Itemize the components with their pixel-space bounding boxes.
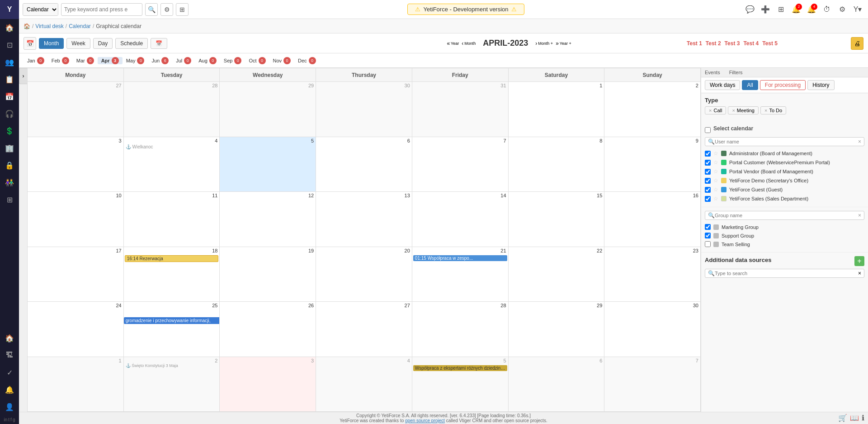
- breadcrumb-calendar[interactable]: Calendar: [69, 23, 91, 29]
- notification1-btn[interactable]: 🔔 2: [789, 3, 803, 16]
- day-apr2[interactable]: 2: [604, 82, 701, 137]
- test4[interactable]: Test 4: [743, 40, 759, 47]
- nav-building[interactable]: 🏢: [0, 139, 19, 157]
- group-marketing-checkbox[interactable]: [705, 224, 711, 230]
- day-apr6[interactable]: 6: [316, 137, 412, 192]
- history-btn[interactable]: ⏱: [820, 3, 834, 16]
- user-admin-checkbox[interactable]: [705, 151, 711, 157]
- month-sep[interactable]: Sep 0: [220, 57, 245, 64]
- day-apr12[interactable]: 12: [220, 192, 316, 247]
- month-aug[interactable]: Aug 0: [195, 57, 220, 64]
- day-may4[interactable]: 4: [316, 357, 412, 412]
- month-oct[interactable]: Oct 0: [245, 57, 269, 64]
- day-mar28[interactable]: 28: [124, 82, 220, 137]
- nav-office[interactable]: 🏗: [0, 347, 19, 364]
- breadcrumb-home-icon[interactable]: 🏠: [24, 23, 30, 29]
- day-may5[interactable]: 5 Współpraca z ekspertami różnych dziedz…: [412, 357, 509, 412]
- user-portal-customer-checkbox[interactable]: [705, 160, 711, 166]
- user-yeti-sales-checkbox[interactable]: [705, 196, 711, 202]
- event-rezerwacja[interactable]: 16:14 Rezerwacja: [125, 255, 219, 262]
- nav-check[interactable]: ✓: [0, 364, 19, 381]
- test5[interactable]: Test 5: [762, 40, 778, 47]
- day-apr3[interactable]: 3: [28, 137, 124, 192]
- grid-btn[interactable]: ⊞: [176, 3, 189, 16]
- user-admin-star[interactable]: ☆: [713, 150, 718, 157]
- nav-layers[interactable]: ⊞: [0, 191, 19, 208]
- user-yeti-guest-checkbox[interactable]: [705, 187, 711, 193]
- nav-calendar[interactable]: 📅: [0, 88, 19, 105]
- view-week-btn[interactable]: Week: [66, 38, 90, 49]
- type-tag-meeting-remove[interactable]: ×: [732, 108, 735, 113]
- info-icon[interactable]: ℹ: [862, 414, 864, 422]
- select-calendar-checkbox[interactable]: [705, 127, 711, 133]
- group-team-selling-checkbox[interactable]: [705, 241, 711, 247]
- event-gromadzenie[interactable]: gromadzenie i przechowywanie informacji,: [124, 317, 220, 324]
- day-mar31[interactable]: 31: [412, 82, 509, 137]
- nav-team[interactable]: 👫: [0, 174, 19, 191]
- day-apr26[interactable]: 26: [220, 302, 316, 357]
- nav-location[interactable]: 🏠: [0, 329, 19, 347]
- additional-search-clear[interactable]: ×: [858, 270, 861, 276]
- tab-for-processing[interactable]: For processing: [760, 80, 806, 90]
- nav-contacts[interactable]: 👥: [0, 53, 19, 71]
- calendar-view-icon[interactable]: 📅: [24, 37, 36, 50]
- day-apr27[interactable]: 27: [316, 302, 412, 357]
- day-apr30[interactable]: 30: [604, 302, 701, 357]
- day-apr7[interactable]: 7: [412, 137, 509, 192]
- chat-btn[interactable]: 💬: [743, 3, 757, 16]
- month-jan[interactable]: Jan 0: [24, 57, 48, 64]
- day-may2[interactable]: 2 ⚓ Święto Konstytucji 3 Maja: [124, 357, 220, 412]
- day-apr25[interactable]: 25 gromadzenie i przechowywanie informac…: [124, 302, 220, 357]
- day-apr4[interactable]: 4 ⚓ Wielkanoc: [124, 137, 220, 192]
- cart-icon[interactable]: 🛒: [838, 414, 847, 422]
- next-year-btn[interactable]: » Year +: [556, 40, 571, 47]
- day-apr9[interactable]: 9: [604, 137, 701, 192]
- type-tag-todo-remove[interactable]: ×: [764, 108, 767, 113]
- day-may3[interactable]: 3: [220, 357, 316, 412]
- test1[interactable]: Test 1: [687, 40, 702, 47]
- day-apr20[interactable]: 20: [316, 247, 412, 302]
- nav-lock[interactable]: 🔒: [0, 157, 19, 174]
- settings-btn[interactable]: ⚙: [160, 3, 173, 16]
- nav-user-profile[interactable]: 👤: [0, 398, 19, 415]
- social-facebook[interactable]: f: [10, 417, 12, 422]
- day-apr19[interactable]: 19: [220, 247, 316, 302]
- day-apr15[interactable]: 15: [509, 192, 605, 247]
- type-tag-meeting[interactable]: × Meeting: [728, 106, 759, 114]
- day-apr1[interactable]: 1: [509, 82, 605, 137]
- module-dropdown[interactable]: Calendar: [23, 4, 58, 15]
- user-yeti-guest-star[interactable]: ☆: [713, 186, 718, 193]
- user-search-input[interactable]: [715, 139, 858, 144]
- day-may6[interactable]: 6: [509, 357, 605, 412]
- nav-bell[interactable]: 🔔: [0, 381, 19, 398]
- additional-add-btn[interactable]: +: [854, 256, 864, 266]
- filters-link[interactable]: Filters: [729, 70, 743, 75]
- day-apr24[interactable]: 24: [28, 302, 124, 357]
- user-menu-btn[interactable]: Y▾: [851, 3, 864, 16]
- day-mar27[interactable]: 27: [28, 82, 124, 137]
- user-portal-vendor-checkbox[interactable]: [705, 169, 711, 175]
- month-may[interactable]: May 0: [123, 57, 148, 64]
- day-apr13[interactable]: 13: [316, 192, 412, 247]
- day-mar30[interactable]: 30: [316, 82, 412, 137]
- month-apr[interactable]: Apr 3: [98, 57, 123, 64]
- user-yeti-demo-checkbox[interactable]: [705, 178, 711, 184]
- apps-btn[interactable]: ⊞: [774, 3, 788, 16]
- breadcrumb-virtual-desk[interactable]: Virtual desk: [35, 23, 63, 29]
- day-apr18[interactable]: 18 16:14 Rezerwacja: [124, 247, 220, 302]
- view-month-btn[interactable]: Month: [39, 38, 64, 49]
- search-input[interactable]: [61, 3, 142, 16]
- user-portal-vendor-star[interactable]: ☆: [713, 168, 718, 175]
- nav-money[interactable]: 💲: [0, 122, 19, 139]
- day-apr11[interactable]: 11: [124, 192, 220, 247]
- right-panel-toggle[interactable]: ›: [19, 68, 27, 84]
- day-apr14[interactable]: 14: [412, 192, 509, 247]
- events-link[interactable]: Events: [705, 70, 720, 75]
- group-support-checkbox[interactable]: [705, 233, 711, 238]
- view-calendar-btn[interactable]: 📅: [151, 38, 167, 49]
- day-apr17[interactable]: 17: [28, 247, 124, 302]
- day-apr8[interactable]: 8: [509, 137, 605, 192]
- day-apr10[interactable]: 10: [28, 192, 124, 247]
- next-month-btn[interactable]: › Month +: [535, 40, 553, 47]
- type-tag-call-remove[interactable]: ×: [709, 108, 712, 113]
